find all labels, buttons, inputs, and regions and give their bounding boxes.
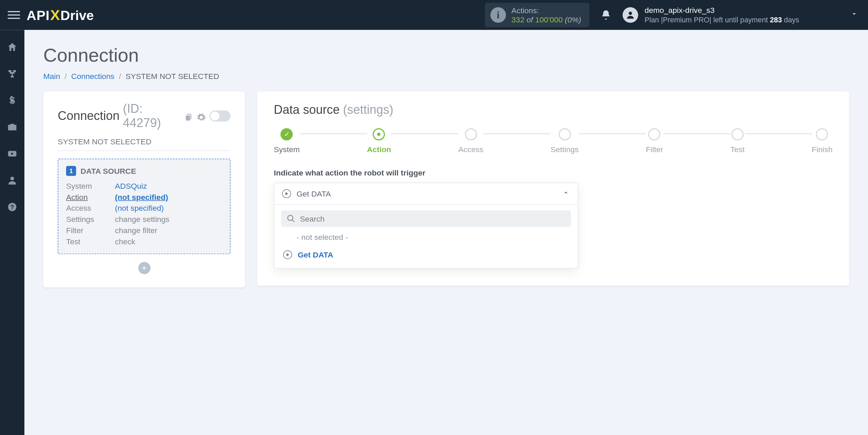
row-access-value[interactable]: (not specified) bbox=[115, 204, 164, 212]
row-action-key: Action bbox=[66, 192, 115, 201]
action-select-toggle[interactable]: Get DATA bbox=[274, 183, 577, 205]
step-action[interactable]: Action bbox=[367, 128, 391, 153]
row-settings-key: Settings bbox=[66, 215, 115, 224]
step-system[interactable]: ✓ System bbox=[274, 128, 300, 153]
actions-used: 332 bbox=[511, 15, 524, 24]
add-destination-button[interactable]: + bbox=[138, 262, 150, 274]
main-content: Connection Main / Connections / SYSTEM N… bbox=[24, 30, 868, 435]
row-system-value[interactable]: ADSQuiz bbox=[115, 182, 147, 190]
step-test[interactable]: Test bbox=[730, 128, 745, 153]
nav-account-icon[interactable] bbox=[6, 174, 18, 186]
user-name: demo_apix-drive_s3 bbox=[645, 6, 799, 16]
nav-billing-icon[interactable]: $ bbox=[6, 94, 18, 106]
actions-total: 100'000 bbox=[535, 15, 563, 24]
actions-counter[interactable]: i Actions: 332 of 100'000 (0%) bbox=[485, 3, 589, 27]
menu-toggle-icon[interactable] bbox=[8, 11, 20, 19]
action-selected-value: Get DATA bbox=[297, 189, 331, 198]
nav-help-icon[interactable]: ? bbox=[6, 201, 18, 213]
svg-point-0 bbox=[628, 12, 632, 15]
data-source-settings-card: Data source (settings) ✓ System Action A… bbox=[257, 91, 849, 286]
logo-text-drive: Drive bbox=[60, 7, 94, 23]
row-test-value[interactable]: check bbox=[115, 237, 222, 246]
data-source-badge: 1 bbox=[66, 166, 76, 176]
logo[interactable]: API X Drive bbox=[27, 6, 94, 24]
actions-pct: (0%) bbox=[563, 15, 581, 24]
action-search-input[interactable] bbox=[300, 214, 566, 223]
user-block[interactable]: demo_apix-drive_s3 Plan |Premium PRO| le… bbox=[645, 6, 799, 24]
chevron-up-icon bbox=[562, 189, 570, 199]
right-title-muted: (settings) bbox=[343, 103, 393, 117]
nav-projects-icon[interactable] bbox=[6, 121, 18, 133]
play-icon bbox=[282, 189, 291, 198]
actions-label: Actions: bbox=[511, 6, 581, 15]
row-access-key: Access bbox=[66, 204, 115, 212]
action-option-none[interactable]: - not selected - bbox=[281, 227, 571, 243]
step-finish[interactable]: Finish bbox=[812, 128, 832, 153]
breadcrumb-connections[interactable]: Connections bbox=[71, 71, 114, 80]
data-source-heading: DATA SOURCE bbox=[81, 166, 136, 175]
nav-video-icon[interactable] bbox=[6, 148, 18, 160]
connection-enabled-toggle[interactable] bbox=[210, 110, 231, 122]
nav-home-icon[interactable] bbox=[6, 41, 18, 53]
action-search[interactable] bbox=[281, 210, 571, 227]
page-title: Connection bbox=[43, 44, 849, 66]
notifications-icon[interactable] bbox=[600, 9, 611, 21]
logo-text-api: API bbox=[27, 7, 50, 23]
action-option-get-data[interactable]: Get DATA bbox=[281, 243, 571, 260]
breadcrumb-main[interactable]: Main bbox=[43, 71, 60, 80]
search-icon bbox=[287, 214, 295, 223]
avatar[interactable] bbox=[622, 7, 638, 23]
step-access[interactable]: Access bbox=[458, 128, 484, 153]
wizard-stepper: ✓ System Action Access Settings Filter T… bbox=[274, 128, 833, 153]
step-filter[interactable]: Filter bbox=[646, 128, 663, 153]
step-settings[interactable]: Settings bbox=[551, 128, 579, 153]
info-icon: i bbox=[490, 7, 506, 23]
row-action-value[interactable]: (not specified) bbox=[115, 192, 168, 201]
svg-text:?: ? bbox=[11, 204, 14, 211]
breadcrumb-current: SYSTEM NOT SELECTED bbox=[125, 71, 219, 80]
data-source-box[interactable]: 1 DATA SOURCE System ADSQuiz Action (not… bbox=[58, 159, 230, 254]
svg-point-2 bbox=[11, 177, 14, 180]
row-filter-value[interactable]: change filter bbox=[115, 226, 222, 235]
row-system-key: System bbox=[66, 182, 115, 190]
logo-text-x: X bbox=[50, 6, 60, 24]
action-select: Get DATA - not selected - Get DATA bbox=[274, 183, 578, 269]
connection-title: Connection bbox=[58, 109, 119, 123]
connection-id: (ID: 44279) bbox=[123, 102, 181, 130]
row-filter-key: Filter bbox=[66, 226, 115, 235]
gear-icon[interactable] bbox=[197, 111, 206, 121]
row-settings-value[interactable]: change settings bbox=[115, 215, 222, 224]
connection-sidebar-card: Connection (ID: 44279) SYSTEM NOT SELECT… bbox=[43, 91, 245, 287]
row-test-key: Test bbox=[66, 237, 115, 246]
action-field-label: Indicate what action the robot will trig… bbox=[274, 168, 833, 177]
copy-icon[interactable] bbox=[184, 111, 194, 121]
right-title: Data source bbox=[274, 103, 340, 117]
connection-subtitle: SYSTEM NOT SELECTED bbox=[58, 131, 230, 151]
breadcrumb: Main / Connections / SYSTEM NOT SELECTED bbox=[43, 71, 849, 80]
topbar: API X Drive i Actions: 332 of 100'000 (0… bbox=[0, 0, 868, 30]
user-plan: Plan |Premium PRO| left until payment 28… bbox=[645, 15, 799, 24]
nav-connections-icon[interactable] bbox=[6, 68, 18, 80]
user-menu-caret-icon[interactable] bbox=[806, 10, 858, 20]
left-rail: $ ? bbox=[0, 30, 24, 435]
play-icon bbox=[283, 250, 292, 259]
